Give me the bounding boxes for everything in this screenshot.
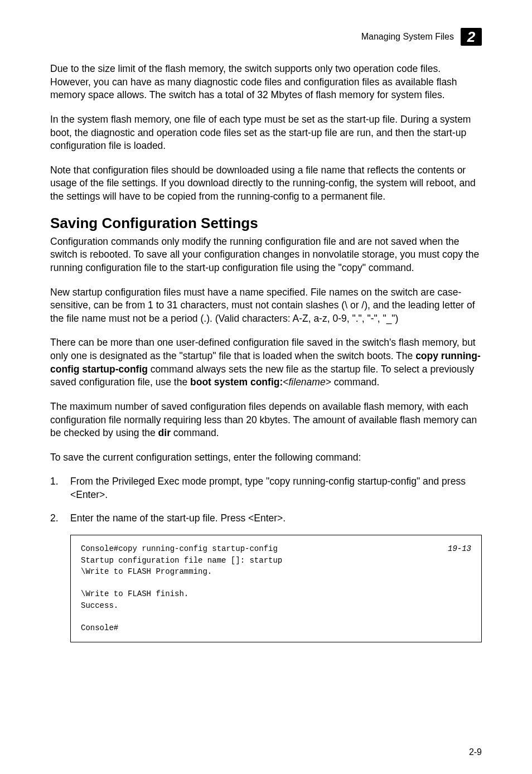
header-title: Managing System Files	[361, 32, 454, 42]
p7-text-2: command.	[171, 427, 219, 438]
step-1: 1. From the Privileged Exec mode prompt,…	[50, 475, 482, 501]
code-reference: 19-13	[448, 543, 471, 554]
page-header: Managing System Files 2	[50, 28, 482, 46]
paragraph-7: The maximum number of saved configuratio…	[50, 400, 482, 440]
paragraph-2: In the system flash memory, one file of …	[50, 113, 482, 153]
p6-lt: <	[283, 376, 288, 388]
p6-text-1: There can be more than one user-defined …	[50, 337, 476, 361]
p6-italic: filename	[289, 376, 326, 388]
chapter-badge: 2	[461, 28, 482, 46]
step-1-text: From the Privileged Exec mode prompt, ty…	[70, 475, 482, 501]
p7-bold: dir	[158, 427, 171, 438]
section-heading: Saving Configuration Settings	[50, 215, 482, 232]
paragraph-8: To save the current configuration settin…	[50, 451, 482, 465]
paragraph-1: Due to the size limit of the flash memor…	[50, 62, 482, 102]
step-2-number: 2.	[50, 512, 70, 525]
paragraph-3: Note that configuration files should be …	[50, 164, 482, 204]
p7-text-1: The maximum number of saved configuratio…	[50, 401, 477, 438]
paragraph-4: Configuration commands only modify the r…	[50, 235, 482, 275]
step-2: 2. Enter the name of the start-up file. …	[50, 512, 482, 525]
page-number: 2-9	[469, 747, 482, 757]
paragraph-6: There can be more than one user-defined …	[50, 336, 482, 389]
step-1-number: 1.	[50, 475, 70, 501]
code-body: Console#copy running-config startup-conf…	[81, 544, 282, 632]
p6-text-3: > command.	[326, 376, 380, 388]
console-output: Console#copy running-config startup-conf…	[70, 535, 482, 642]
step-2-text: Enter the name of the start-up file. Pre…	[70, 512, 482, 525]
p6-bold-2: boot system config:	[190, 376, 283, 388]
paragraph-5: New startup configuration files must hav…	[50, 286, 482, 326]
